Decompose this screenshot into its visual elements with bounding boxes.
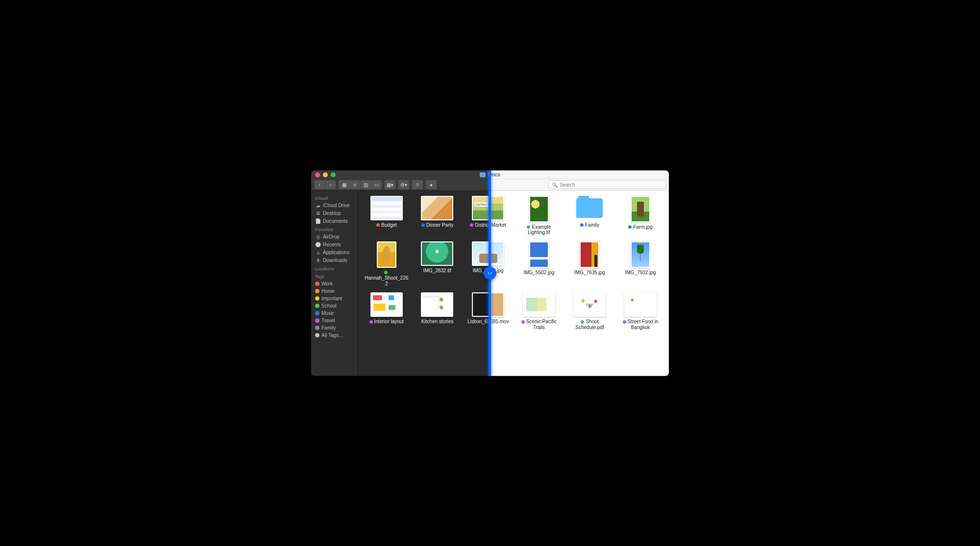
file-tag-dot-icon bbox=[384, 271, 388, 274]
thumbnail-art bbox=[632, 242, 649, 267]
thumbnail-art bbox=[625, 293, 656, 316]
file-name: Street Food in Bangkok bbox=[618, 319, 662, 330]
search-field[interactable]: 🔍 bbox=[548, 180, 666, 189]
grid-icon: ▦ bbox=[342, 182, 346, 188]
file-thumbnail bbox=[529, 196, 549, 222]
sidebar-item-label: Applications bbox=[323, 250, 349, 255]
sidebar-item-label: Desktop bbox=[323, 211, 341, 216]
minimize-button[interactable] bbox=[323, 172, 328, 177]
sidebar-item[interactable]: School bbox=[313, 302, 356, 309]
sidebar-item[interactable]: Family bbox=[313, 324, 356, 332]
file-name: Family bbox=[580, 222, 599, 228]
column-view-button[interactable]: ▥ bbox=[360, 180, 371, 189]
caret-left-icon: ‹ bbox=[488, 270, 489, 276]
file-item[interactable]: Example Lighting.tif bbox=[514, 196, 564, 236]
sidebar-item-label: All Tags… bbox=[321, 332, 343, 338]
sidebar-item-label: Music bbox=[321, 310, 334, 316]
file-item[interactable]: Scenic Pacific Trails bbox=[514, 292, 564, 330]
back-button[interactable]: ‹ bbox=[314, 180, 325, 189]
tag-dot-icon bbox=[315, 282, 319, 286]
sidebar-item-label: Downloads bbox=[323, 258, 347, 263]
thumbnail-art bbox=[371, 197, 402, 219]
file-item[interactable]: Budget bbox=[362, 196, 411, 236]
caret-right-icon: › bbox=[490, 270, 492, 276]
sidebar-item[interactable]: ⩍Applications bbox=[313, 249, 356, 257]
sidebar-item[interactable]: Work bbox=[313, 280, 356, 287]
forward-button[interactable]: › bbox=[325, 180, 336, 189]
share-icon: ⇪ bbox=[416, 182, 419, 188]
file-tag-dot-icon bbox=[628, 225, 632, 229]
file-name: Scenic Pacific Trails bbox=[517, 319, 561, 330]
file-item[interactable]: Street Food in Bangkok bbox=[616, 292, 665, 330]
file-name: Hannah_Shoot_2262 bbox=[365, 270, 409, 287]
file-name: IMG_7932.jpg bbox=[625, 270, 656, 276]
file-item[interactable]: Kitchen stories bbox=[413, 292, 462, 330]
file-name: Example Lighting.tif bbox=[517, 224, 561, 236]
icon-view-button[interactable]: ▦ bbox=[339, 180, 349, 189]
sidebar-item[interactable]: 🖥Desktop bbox=[313, 210, 356, 217]
share-button[interactable]: ⇪ bbox=[412, 180, 423, 189]
sidebar-item[interactable]: All Tags… bbox=[313, 332, 356, 339]
file-name: Interior layout bbox=[369, 319, 404, 325]
file-name: Dinner Party bbox=[421, 222, 454, 228]
tag-dot-icon bbox=[315, 296, 319, 301]
file-thumbnail bbox=[573, 292, 606, 317]
tag-dot-icon bbox=[315, 289, 319, 293]
thumbnail-art bbox=[632, 197, 649, 221]
close-button[interactable] bbox=[315, 172, 320, 177]
window-folder-icon bbox=[480, 172, 486, 177]
arrange-button[interactable]: ▦▾ bbox=[385, 180, 395, 189]
theme-compare-divider[interactable]: ‹ › bbox=[489, 170, 491, 376]
file-thumbnail bbox=[573, 196, 606, 220]
doc-icon: 📄 bbox=[315, 218, 321, 224]
arrange-icon: ▦▾ bbox=[387, 182, 393, 188]
tag-dot-icon bbox=[315, 333, 319, 337]
sidebar-item[interactable]: ⬇︎Downloads bbox=[313, 257, 356, 264]
sidebar-item[interactable]: Travel bbox=[313, 317, 356, 324]
sidebar-item[interactable]: Music bbox=[313, 309, 356, 317]
file-tag-dot-icon bbox=[521, 320, 525, 324]
sidebar-item-label: AirDrop bbox=[323, 234, 340, 239]
list-icon: ≡ bbox=[354, 182, 357, 188]
file-name: Budget bbox=[376, 222, 397, 228]
file-item[interactable]: Dinner Party bbox=[413, 196, 462, 236]
thumbnail-art bbox=[422, 293, 452, 316]
file-thumbnail bbox=[624, 292, 657, 317]
file-item[interactable]: Interior layout bbox=[362, 292, 411, 330]
file-tag-dot-icon bbox=[527, 225, 530, 229]
divider-handle[interactable]: ‹ › bbox=[484, 267, 496, 280]
gallery-view-button[interactable]: ▭ bbox=[371, 180, 382, 189]
sidebar-item[interactable]: ☁︎iCloud Drive bbox=[313, 202, 356, 210]
sidebar-item-label: Home bbox=[321, 288, 335, 294]
file-item[interactable]: IMG_2832.tif bbox=[413, 241, 462, 287]
list-view-button[interactable]: ≡ bbox=[349, 180, 360, 189]
file-item[interactable]: IMG_7932.jpg bbox=[616, 241, 665, 287]
down-icon: ⬇︎ bbox=[315, 258, 321, 263]
zoom-button[interactable] bbox=[331, 172, 336, 177]
clock-icon: 🕘 bbox=[315, 242, 321, 248]
sidebar-item[interactable]: ◎AirDrop bbox=[313, 233, 356, 241]
file-item[interactable]: Hannah_Shoot_2262 bbox=[362, 241, 411, 287]
sidebar-item[interactable]: Home bbox=[313, 287, 356, 295]
file-item[interactable]: IMG_5502.jpg bbox=[514, 241, 564, 287]
sidebar-item-label: Travel bbox=[321, 318, 335, 323]
chevron-right-icon: › bbox=[330, 182, 331, 188]
sidebar-item-label: Documents bbox=[323, 218, 348, 224]
thumbnail-art bbox=[378, 242, 395, 267]
file-item[interactable]: Farm.jpg bbox=[616, 196, 665, 236]
search-input[interactable] bbox=[560, 182, 662, 188]
file-item[interactable]: Family bbox=[565, 196, 614, 236]
sidebar-section-header: Locations bbox=[315, 266, 354, 271]
tag-dot-icon bbox=[315, 326, 319, 330]
traffic-lights bbox=[315, 172, 336, 177]
file-item[interactable]: Shoot Schedule.pdf bbox=[565, 292, 614, 330]
thumbnail-art bbox=[371, 293, 402, 316]
sidebar-item[interactable]: 📄Documents bbox=[313, 217, 356, 225]
action-menu-button[interactable]: ⚙︎▾ bbox=[398, 180, 409, 189]
file-tag-dot-icon bbox=[623, 320, 626, 324]
file-item[interactable]: IMG_7635.jpg bbox=[565, 241, 614, 287]
file-thumbnail bbox=[631, 196, 650, 222]
sidebar-item[interactable]: Important bbox=[313, 295, 356, 302]
edit-tags-button[interactable]: ● bbox=[426, 180, 437, 189]
sidebar-item[interactable]: 🕘Recents bbox=[313, 241, 356, 249]
